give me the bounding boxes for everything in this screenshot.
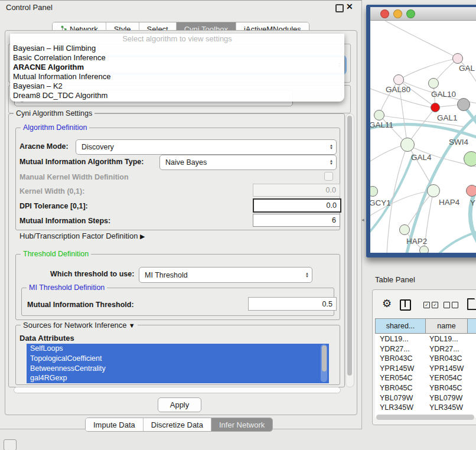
node-gal80[interactable]: [393, 74, 404, 85]
hub-definition-toggle[interactable]: Hub/Transcription Factor Definition ▶: [19, 231, 145, 240]
network-canvas[interactable]: GALGAL80GAL10GAL1GAL11GAL4SWI4GCY1HAP4YH…: [370, 21, 476, 253]
node-gal10[interactable]: [428, 78, 439, 89]
mi-steps-field[interactable]: 6: [253, 214, 340, 227]
table-row[interactable]: YLR345WYLR345W9.: [375, 403, 476, 413]
aracne-mode-combo[interactable]: Discovery ▲▼: [76, 139, 337, 155]
table-row[interactable]: YBR045CYBR045C9.: [375, 383, 476, 393]
node-y[interactable]: [466, 185, 476, 197]
mi-threshold-label: Mutual Information Threshold:: [27, 301, 134, 309]
attribute-item[interactable]: BetweennessCentrality: [27, 364, 329, 374]
algorithm-option[interactable]: Dream8 DC_TDC Algorithm: [10, 91, 344, 100]
window-zoom-icon[interactable]: [406, 9, 415, 18]
dropdown-placeholder: Select algorithm to view settings: [10, 34, 344, 44]
tab-impute-data[interactable]: Impute Data: [86, 418, 144, 431]
column-header-shared[interactable]: shared...: [375, 318, 425, 334]
kernel-width-field[interactable]: 0.0: [253, 184, 340, 197]
table-cell: 8.: [471, 373, 476, 383]
attribute-item[interactable]: TopologicalCoefficient: [27, 354, 329, 364]
node-gal4[interactable]: [400, 138, 415, 152]
manual-kernel-label: Manual Kernel Width Definition: [19, 173, 129, 181]
deselect-all-icon[interactable]: [444, 302, 458, 308]
settings-gear-icon[interactable]: ⚙: [382, 298, 392, 309]
node-swi4[interactable]: [464, 151, 476, 167]
table-row[interactable]: YER054CYER054C8.: [375, 373, 476, 383]
aracne-mode-label: Aracne Mode:: [19, 142, 69, 151]
node-label: Y: [470, 198, 475, 207]
manual-kernel-checkbox[interactable]: [324, 172, 333, 181]
node[interactable]: [457, 98, 470, 111]
file-icon[interactable]: [467, 298, 476, 310]
algorithm-option[interactable]: Mutual Information Inference: [10, 72, 344, 81]
algorithm-option[interactable]: ARACNE Algorithm: [10, 63, 344, 72]
tab-infer-network[interactable]: Infer Network: [211, 418, 272, 431]
table-cell: [471, 354, 476, 364]
table-cell: 9.: [471, 403, 476, 413]
data-attributes-label: Data Attributes: [19, 334, 74, 343]
table-row[interactable]: YPR145WYPR145W9.: [375, 364, 476, 374]
table-row[interactable]: YDL19...YDL19...13: [375, 334, 476, 344]
apply-button[interactable]: Apply: [158, 397, 201, 412]
algorithm-option[interactable]: Bayesian – K2: [10, 81, 344, 91]
minimized-panel-icon[interactable]: [4, 439, 17, 450]
attribute-item[interactable]: SelfLoops: [27, 344, 329, 354]
node-label: GAL11: [370, 120, 393, 129]
table-cell: YDL19...: [429, 334, 471, 344]
settings-vertical-scrollbar[interactable]: [345, 113, 354, 387]
dpi-tolerance-field[interactable]: 0.0: [253, 198, 341, 213]
sources-toggle[interactable]: Sources for Network Inference ▼: [21, 321, 138, 330]
group-title: Threshold Definition: [21, 250, 91, 258]
window-close-icon[interactable]: [380, 9, 389, 18]
mi-type-combo[interactable]: Naive Bayes ▲▼: [159, 155, 337, 170]
close-panel-icon[interactable]: ✕: [346, 2, 353, 11]
group-title: Cyni Algorithm Settings: [14, 109, 94, 118]
node-gal1[interactable]: [431, 103, 440, 112]
which-threshold-combo[interactable]: MI Threshold ▲▼: [139, 267, 312, 283]
mi-steps-label: Mutual Information Steps:: [19, 217, 110, 225]
select-all-icon[interactable]: ✓✓: [423, 302, 438, 308]
table-cell: 13: [471, 334, 476, 344]
node-hap4[interactable]: [427, 184, 440, 197]
window-minimize-icon[interactable]: [393, 9, 402, 18]
attributes-list-scrollbar[interactable]: [321, 344, 327, 382]
node-label: GAL10: [431, 90, 456, 99]
expand-right-icon: ▶: [140, 233, 145, 240]
expand-down-icon: ▼: [127, 322, 135, 329]
mi-threshold-field[interactable]: 0.5: [248, 297, 337, 311]
panel-resize-handle[interactable]: ◂: [361, 217, 364, 223]
column-header-name[interactable]: name: [425, 318, 467, 334]
group-title: MI Threshold Definition: [27, 283, 107, 292]
table-header: shared... name A: [375, 318, 476, 334]
column-header-partial[interactable]: A: [467, 318, 476, 334]
sources-title: Sources for Network Inference: [23, 321, 127, 330]
tab-discretize-data[interactable]: Discretize Data: [144, 418, 211, 431]
data-attributes-list[interactable]: SelfLoopsTopologicalCoefficientBetweenne…: [27, 344, 329, 383]
node-hap2[interactable]: [399, 224, 410, 235]
table-cell: YBL079W: [429, 393, 471, 403]
table-row[interactable]: YBL079WYBL079W: [375, 393, 476, 403]
table-row[interactable]: YBR043CYBR043C: [375, 354, 476, 364]
node-label: GCY1: [370, 198, 391, 207]
screen: { "colors": { "selection_blue": "#3d6fd2…: [0, 0, 476, 450]
node-gal11[interactable]: [374, 110, 384, 120]
tab-label: Impute Data: [93, 420, 135, 429]
node-label: GAL1: [437, 113, 458, 122]
float-panel-icon[interactable]: [335, 4, 344, 12]
combo-stepper-icon: ▲▼: [327, 159, 336, 165]
attribute-item[interactable]: gal4RGexp: [27, 373, 329, 383]
settings-horizontal-scrollbar[interactable]: [10, 386, 344, 393]
algorithm-option[interactable]: Basic Correlation Inference: [10, 53, 344, 63]
node-gal[interactable]: [452, 53, 463, 64]
node-label: HAP2: [406, 237, 427, 246]
panel-title: Control Panel: [6, 3, 53, 12]
table-row[interactable]: YDR27...YDR27...12: [375, 344, 476, 354]
table-horizontal-scrollbar[interactable]: [375, 414, 475, 420]
table-cell: [471, 393, 476, 403]
table-rows: YDL19...YDL19...13YDR27...YDR27...12YBR0…: [375, 334, 476, 418]
node-label: GAL: [459, 64, 475, 73]
column-layout-icon[interactable]: [400, 299, 411, 311]
network-window-titlebar[interactable]: [370, 7, 476, 21]
node[interactable]: [419, 246, 429, 253]
algorithm-option[interactable]: Bayesian – Hill Climbing: [10, 44, 344, 53]
node-label: SWI4: [449, 138, 468, 146]
table-cell: YLR345W: [429, 403, 471, 413]
